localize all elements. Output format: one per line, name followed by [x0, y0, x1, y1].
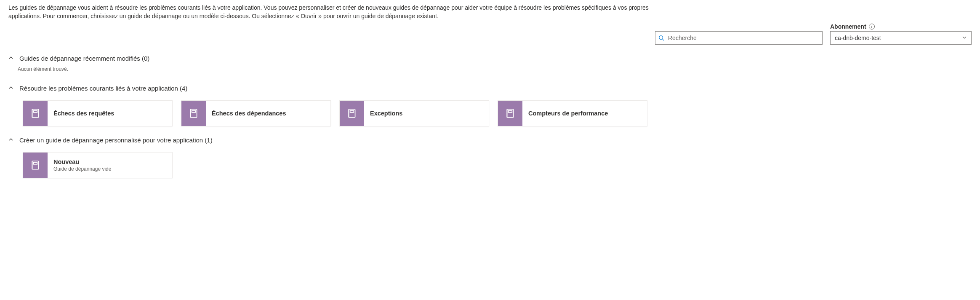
toolbar: Abonnement i ca-dnb-demo-test	[8, 23, 972, 45]
tile-title: Exceptions	[370, 110, 483, 117]
search-wrapper	[655, 31, 823, 45]
workbook-icon	[23, 101, 48, 126]
search-input[interactable]	[655, 31, 823, 45]
section-recent-title: Guides de dépannage récemment modifiés (…	[19, 55, 149, 62]
workbook-icon	[340, 101, 364, 126]
svg-rect-6	[192, 110, 196, 112]
tile-title: Échecs des dépendances	[212, 110, 325, 117]
svg-point-0	[659, 35, 663, 39]
svg-rect-15	[34, 162, 37, 164]
section-recent: Guides de dépannage récemment modifiés (…	[8, 52, 972, 76]
chevron-down-icon	[962, 35, 967, 41]
tile-performance-counters[interactable]: Compteurs de performance	[498, 100, 647, 126]
workbook-icon	[498, 101, 522, 126]
info-icon[interactable]: i	[869, 24, 875, 29]
section-common: Résoudre les problèmes courants liés à v…	[8, 82, 972, 126]
tile-title: Nouveau	[53, 158, 166, 165]
chevron-up-icon	[8, 85, 13, 91]
tile-title: Échecs des requêtes	[53, 110, 166, 117]
tile-subtitle: Guide de dépannage vide	[53, 166, 166, 172]
section-custom-header[interactable]: Créer un guide de dépannage personnalisé…	[8, 134, 972, 146]
section-custom-title: Créer un guide de dépannage personnalisé…	[19, 137, 213, 144]
svg-line-1	[663, 39, 664, 40]
tile-dependency-failures[interactable]: Échecs des dépendances	[181, 100, 331, 126]
section-recent-header[interactable]: Guides de dépannage récemment modifiés (…	[8, 52, 972, 64]
tile-content: Échecs des requêtes	[48, 101, 172, 126]
section-recent-empty: Aucun élément trouvé.	[18, 64, 972, 76]
subscription-value: ca-dnb-demo-test	[835, 35, 881, 41]
section-custom: Créer un guide de dépannage personnalisé…	[8, 134, 972, 178]
svg-rect-3	[34, 110, 37, 112]
tile-new[interactable]: Nouveau Guide de dépannage vide	[23, 152, 173, 178]
search-icon	[658, 35, 664, 41]
tile-title: Compteurs de performance	[528, 110, 641, 117]
tile-content: Nouveau Guide de dépannage vide	[48, 153, 172, 178]
workbook-icon	[23, 153, 48, 178]
tile-content: Compteurs de performance	[522, 101, 647, 126]
tile-content: Échecs des dépendances	[206, 101, 330, 126]
tile-exceptions[interactable]: Exceptions	[339, 100, 489, 126]
subscription-select[interactable]: ca-dnb-demo-test	[830, 31, 972, 45]
section-common-header[interactable]: Résoudre les problèmes courants liés à v…	[8, 82, 972, 94]
section-custom-tiles: Nouveau Guide de dépannage vide	[23, 152, 972, 178]
subscription-label-row: Abonnement i	[830, 23, 972, 30]
chevron-up-icon	[8, 137, 13, 143]
subscription-label: Abonnement	[830, 23, 866, 30]
section-common-tiles: Échecs des requêtes Échecs des dépendanc…	[23, 100, 972, 126]
svg-rect-9	[350, 110, 354, 112]
chevron-up-icon	[8, 55, 13, 62]
page-description: Les guides de dépannage vous aident à ré…	[8, 3, 657, 21]
tile-request-failures[interactable]: Échecs des requêtes	[23, 100, 173, 126]
svg-rect-12	[509, 110, 512, 112]
workbook-icon	[181, 101, 206, 126]
subscription-group: Abonnement i ca-dnb-demo-test	[830, 23, 972, 45]
tile-content: Exceptions	[364, 101, 489, 126]
section-common-title: Résoudre les problèmes courants liés à v…	[19, 85, 187, 92]
